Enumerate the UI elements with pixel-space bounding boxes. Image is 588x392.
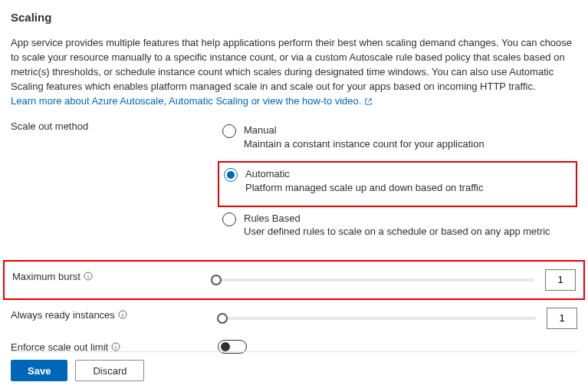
radio-automatic[interactable]: Automatic Platform managed scale up and … (218, 161, 577, 206)
radio-manual-title: Manual (244, 124, 485, 137)
radio-automatic-title: Automatic (245, 167, 484, 181)
scale-out-method-group: Manual Maintain a constant instance coun… (218, 119, 577, 249)
radio-rules-desc: User defined rules to scale on a schedul… (244, 225, 550, 239)
info-icon[interactable] (118, 310, 127, 319)
svg-point-8 (116, 344, 117, 345)
radio-rules-title: Rules Based (244, 212, 550, 226)
slider-thumb-icon[interactable] (211, 275, 222, 285)
always-ready-label: Always ready instances (11, 309, 115, 321)
always-ready-slider[interactable] (218, 317, 536, 320)
radio-circle-icon (222, 212, 236, 226)
radio-rules[interactable]: Rules Based User defined rules to scale … (218, 207, 577, 249)
learn-more-link[interactable]: Learn more about Azure Autoscale, Automa… (11, 95, 373, 107)
save-button[interactable]: Save (11, 360, 67, 381)
maximum-burst-label: Maximum burst (12, 271, 80, 282)
maximum-burst-input[interactable] (545, 269, 576, 291)
info-icon[interactable] (84, 272, 93, 281)
learn-more-text: Learn more about Azure Autoscale, Automa… (11, 95, 361, 107)
footer-actions: Save Discard (11, 351, 577, 381)
always-ready-input[interactable] (547, 308, 577, 329)
external-link-icon (364, 97, 373, 105)
radio-manual-desc: Maintain a constant instance count for y… (244, 137, 485, 151)
scale-out-method-label: Scale out method (11, 119, 218, 132)
maximum-burst-highlight: Maximum burst (3, 260, 585, 300)
svg-point-5 (122, 312, 123, 313)
radio-automatic-desc: Platform managed scale up and down based… (245, 181, 484, 195)
description-text: App service provides multiple features t… (11, 36, 577, 94)
page-title: Scaling (11, 11, 577, 24)
discard-button[interactable]: Discard (75, 360, 144, 381)
svg-point-2 (87, 274, 88, 275)
radio-circle-icon (224, 168, 238, 182)
radio-manual[interactable]: Manual Maintain a constant instance coun… (218, 119, 577, 161)
radio-circle-icon (222, 124, 236, 138)
slider-thumb-icon[interactable] (217, 313, 228, 324)
toggle-knob-icon (221, 342, 230, 351)
maximum-burst-slider[interactable] (212, 278, 534, 282)
info-icon[interactable] (111, 342, 120, 351)
